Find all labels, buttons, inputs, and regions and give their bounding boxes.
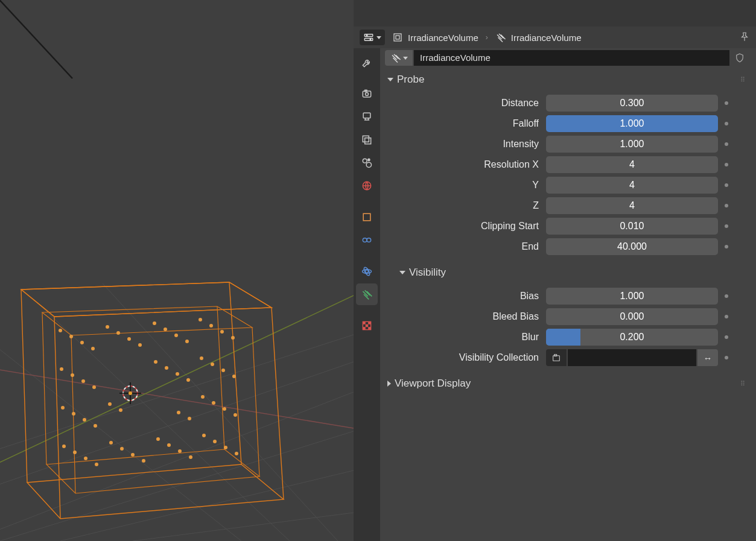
falloff-field[interactable]: 1.000: [546, 115, 718, 132]
properties-tabs: [354, 48, 380, 541]
breadcrumb: IrradianceVolume › IrradianceVolume: [354, 27, 756, 48]
animate-dot[interactable]: [723, 223, 730, 230]
res-y-label: Y: [387, 180, 541, 191]
svg-point-66: [73, 451, 77, 454]
tab-output[interactable]: [356, 106, 378, 128]
svg-point-57: [108, 402, 112, 406]
bleed-bias-field[interactable]: 0.000: [546, 308, 718, 325]
visibility-collection-invert[interactable]: ↔: [697, 349, 718, 366]
svg-point-27: [80, 341, 84, 344]
svg-point-51: [221, 369, 225, 372]
animate-dot[interactable]: [723, 141, 730, 148]
panel-visibility-header[interactable]: Visibility: [384, 263, 750, 282]
svg-point-48: [186, 378, 190, 382]
animate-dot[interactable]: [723, 100, 730, 107]
panel-visibility-title: Visibility: [409, 267, 446, 279]
grip-icon[interactable]: ⠿: [740, 76, 746, 84]
tab-object[interactable]: [356, 206, 378, 228]
distance-label: Distance: [387, 98, 541, 109]
panel-probe-header[interactable]: Probe ⠿: [384, 70, 750, 89]
viewport-3d[interactable]: [0, 0, 354, 541]
res-y-field[interactable]: 4: [546, 177, 718, 194]
svg-rect-90: [394, 34, 401, 41]
tab-object-data[interactable]: [356, 283, 378, 305]
animate-dot[interactable]: [723, 313, 730, 320]
svg-line-22: [217, 306, 224, 449]
blur-field[interactable]: 0.200: [546, 329, 718, 346]
svg-rect-106: [363, 214, 370, 221]
svg-point-60: [188, 417, 191, 420]
tab-texture[interactable]: [356, 315, 378, 337]
svg-point-103: [363, 159, 367, 163]
fake-user-toggle[interactable]: [731, 50, 749, 66]
tab-scene[interactable]: [356, 152, 378, 174]
svg-point-65: [62, 445, 66, 448]
intensity-label: Intensity: [387, 139, 541, 150]
disclosure-triangle-icon: [399, 271, 405, 274]
tab-viewlayer[interactable]: [356, 129, 378, 151]
svg-rect-121: [368, 327, 370, 329]
svg-rect-119: [366, 324, 368, 327]
svg-point-40: [231, 336, 235, 340]
animate-dot[interactable]: [723, 334, 730, 341]
res-x-field[interactable]: 4: [546, 156, 718, 173]
svg-point-111: [363, 267, 370, 276]
animate-dot[interactable]: [723, 182, 730, 189]
svg-point-67: [84, 457, 87, 460]
tab-constraints[interactable]: [356, 229, 378, 251]
double-arrow-icon: ↔: [704, 353, 713, 363]
animate-dot[interactable]: [723, 293, 730, 300]
res-z-label: Z: [387, 200, 541, 211]
clip-end-label: End: [387, 241, 541, 252]
res-z-field[interactable]: 4: [546, 197, 718, 214]
lightprobe-icon: [495, 32, 506, 43]
svg-rect-120: [363, 327, 365, 329]
tab-tool[interactable]: [356, 52, 378, 74]
visibility-collection-field[interactable]: [568, 349, 696, 366]
breadcrumb-object[interactable]: IrradianceVolume: [389, 30, 482, 45]
animate-dot[interactable]: [723, 161, 730, 168]
svg-point-29: [106, 325, 109, 329]
svg-point-107: [363, 238, 367, 242]
animate-dot[interactable]: [723, 354, 730, 361]
intensity-field[interactable]: 1.000: [546, 136, 718, 153]
bias-field[interactable]: 1.000: [546, 288, 718, 305]
svg-point-98: [366, 93, 369, 96]
svg-line-16: [229, 282, 241, 464]
editor-type-selector[interactable]: [360, 30, 385, 45]
svg-line-2: [0, 335, 354, 458]
animate-dot[interactable]: [723, 202, 730, 209]
grip-icon[interactable]: ⠿: [740, 380, 746, 388]
datablock-browse[interactable]: [385, 50, 413, 66]
svg-rect-100: [363, 113, 370, 118]
distance-field[interactable]: 0.300: [546, 95, 718, 112]
visibility-collection-browse[interactable]: [546, 349, 567, 366]
svg-rect-102: [365, 138, 371, 144]
svg-point-69: [109, 441, 113, 445]
clip-start-field[interactable]: 0.010: [546, 218, 718, 235]
svg-point-71: [131, 453, 135, 457]
svg-line-7: [36, 302, 290, 541]
svg-point-33: [153, 321, 156, 325]
panel-viewport-display-header[interactable]: Viewport Display ⠿: [384, 374, 750, 393]
svg-point-54: [72, 412, 75, 416]
svg-point-68: [95, 463, 98, 466]
bleed-bias-label: Bleed Bias: [387, 311, 541, 322]
tab-physics[interactable]: [356, 261, 378, 282]
clip-end-field[interactable]: 40.000: [546, 238, 718, 255]
animate-dot[interactable]: [723, 120, 730, 127]
svg-marker-13: [21, 282, 272, 317]
svg-point-109: [366, 270, 369, 273]
breadcrumb-object-label: IrradianceVolume: [408, 33, 478, 43]
datablock-name-field[interactable]: IrradianceVolume: [414, 50, 729, 66]
tab-world[interactable]: [356, 175, 378, 197]
breadcrumb-data[interactable]: IrradianceVolume: [492, 30, 585, 45]
svg-rect-87: [364, 39, 373, 41]
pin-icon[interactable]: [739, 31, 750, 44]
svg-point-30: [116, 331, 120, 335]
tab-render[interactable]: [356, 83, 378, 105]
svg-point-59: [177, 411, 180, 414]
animate-dot[interactable]: [723, 243, 730, 250]
svg-rect-91: [396, 36, 399, 39]
svg-point-76: [189, 455, 192, 459]
